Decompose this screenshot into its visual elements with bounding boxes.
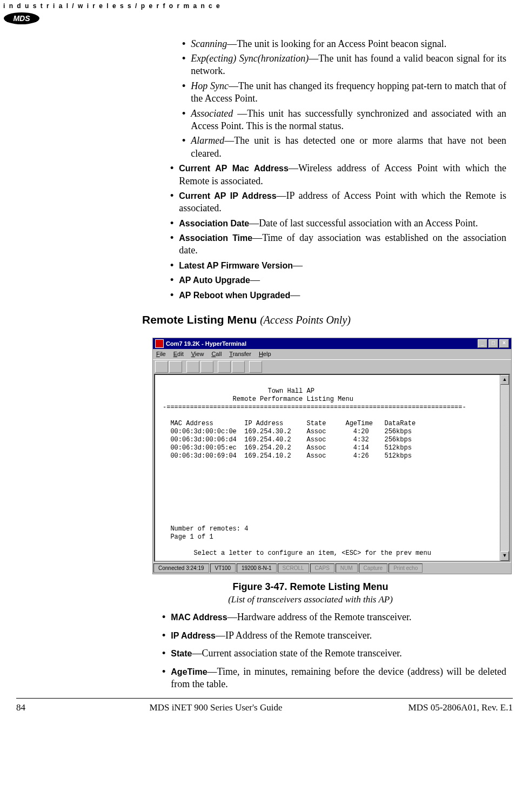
caption-bold: Figure 3-47. Remote Listing Menu: [232, 581, 388, 592]
scroll-track[interactable]: [500, 385, 509, 551]
list-item: •MAC Address—Hardware address of the Rem…: [162, 611, 507, 623]
item-text: Scanning—The unit is looking for an Acce…: [191, 38, 507, 50]
item-text: AgeTime—Time, in minutes, remaining befo…: [171, 666, 507, 691]
minimize-icon[interactable]: _: [478, 339, 487, 348]
toolbar-send-icon[interactable]: [218, 361, 231, 373]
vertical-scrollbar[interactable]: ▲ ▼: [500, 375, 509, 561]
bullet-icon: •: [182, 38, 185, 50]
bullet-icon: •: [182, 135, 185, 160]
toolbar-disconnect-icon[interactable]: [200, 361, 213, 373]
terminal-content: Town Hall AP Remote Performance Listing …: [155, 375, 500, 561]
page-header: i n d u s t r i a l / w i r e l e s s / …: [0, 0, 529, 25]
item-text: AP Reboot when Upgraded—: [179, 289, 507, 301]
bullet-icon: •: [182, 108, 185, 133]
list-item: •Latest AP Firmware Version—: [170, 259, 507, 272]
tagline-text: i n d u s t r i a l / w i r e l e s s / …: [3, 2, 526, 11]
status-connected: Connected 3:24:19: [153, 563, 209, 573]
item-text: Exp(ecting) Sync(hronization)—The unit h…: [191, 52, 507, 78]
list-item: •Exp(ecting) Sync(hronization)—The unit …: [182, 52, 507, 78]
window-titlebar: Com7 19.2K - HyperTerminal _ □ ×: [153, 338, 511, 349]
status-capture: Capture: [359, 563, 388, 573]
status-scroll: SCROLL: [278, 563, 309, 573]
scroll-up-icon[interactable]: ▲: [500, 375, 509, 385]
bullet-icon: •: [170, 190, 173, 215]
menuitem-help[interactable]: Help: [259, 351, 271, 357]
bullet-icon: •: [170, 232, 173, 257]
toolbar-open-icon[interactable]: [169, 361, 182, 373]
list-item: •IP Address—IP Address of the Remote tra…: [162, 629, 507, 642]
maximize-icon[interactable]: □: [488, 339, 498, 348]
figure-caption: Figure 3-47. Remote Listing Menu (List o…: [113, 581, 507, 606]
bullet-icon: •: [182, 80, 185, 105]
bullet-icon: •: [170, 217, 173, 230]
hyperterminal-window: Com7 19.2K - HyperTerminal _ □ × FileEdi…: [152, 338, 512, 574]
item-text: Current AP IP Address—IP address of Acce…: [179, 190, 507, 215]
menuitem-edit[interactable]: Edit: [173, 351, 184, 357]
footer-title: MDS iNET 900 Series User's Guide: [49, 702, 383, 714]
list-item: •Scanning—The unit is looking for an Acc…: [182, 38, 507, 50]
menuitem-call[interactable]: Call: [211, 351, 222, 357]
section-heading: Remote Listing Menu (Access Points Only): [142, 312, 507, 327]
status-baud: 19200 8-N-1: [237, 563, 277, 573]
status-num: NUM: [336, 563, 358, 573]
toolbar-receive-icon[interactable]: [232, 361, 245, 373]
menuitem-file[interactable]: File: [156, 351, 166, 357]
bullet-icon: •: [162, 611, 165, 623]
list-item: •AgeTime—Time, in minutes, remaining bef…: [162, 666, 507, 691]
app-icon: [155, 339, 164, 348]
scroll-down-icon[interactable]: ▼: [500, 551, 509, 561]
item-text: Association Time—Time of day association…: [179, 232, 507, 257]
bullet-icon: •: [170, 162, 173, 187]
bullet-icon: •: [162, 629, 165, 642]
item-text: Associated —This unit has successfully s…: [191, 108, 507, 133]
toolbar: [153, 359, 511, 374]
toolbar-connect-icon[interactable]: [186, 361, 199, 373]
bullet-icon: •: [162, 647, 165, 660]
config-definitions-list: •Current AP Mac Address—Wireless address…: [170, 162, 507, 301]
window-title: Com7 19.2K - HyperTerminal: [166, 340, 478, 347]
caption-italic: (List of transceivers associated with th…: [228, 594, 393, 605]
list-item: •State—Current association state of the …: [162, 647, 507, 660]
item-text: Latest AP Firmware Version—: [179, 259, 507, 272]
close-icon[interactable]: ×: [499, 339, 509, 348]
menubar: FileEditViewCallTransferHelp: [153, 349, 511, 359]
bullet-icon: •: [182, 52, 185, 78]
list-item: •Alarmed—The unit is has detected one or…: [182, 135, 507, 160]
page-number: 84: [16, 702, 49, 714]
status-emulation: VT100: [210, 563, 236, 573]
menuitem-view[interactable]: View: [191, 351, 204, 357]
item-text: Current AP Mac Address—Wireless address …: [179, 162, 507, 187]
list-item: •Association Date—Date of last successfu…: [170, 217, 507, 230]
item-text: State—Current association state of the R…: [171, 647, 507, 660]
bullet-icon: •: [162, 666, 165, 691]
statusbar: Connected 3:24:19 VT100 19200 8-N-1 SCRO…: [153, 562, 511, 574]
status-print: Print echo: [389, 563, 423, 573]
column-definitions-list: •MAC Address—Hardware address of the Rem…: [162, 611, 507, 690]
bullet-icon: •: [170, 259, 173, 272]
list-item: •Current AP IP Address—IP address of Acc…: [170, 190, 507, 215]
list-item: •Association Time—Time of day associatio…: [170, 232, 507, 257]
item-text: Alarmed—The unit is has detected one or …: [191, 135, 507, 160]
list-item: •AP Auto Upgrade—: [170, 274, 507, 286]
svg-text:MDS: MDS: [13, 14, 30, 23]
list-item: •Associated —This unit has successfully …: [182, 108, 507, 133]
bullet-icon: •: [170, 274, 173, 286]
item-text: AP Auto Upgrade—: [179, 274, 507, 286]
toolbar-new-icon[interactable]: [155, 361, 168, 373]
status-caps: CAPS: [310, 563, 334, 573]
heading-italic: (Access Points Only): [260, 314, 351, 326]
heading-bold: Remote Listing Menu: [142, 313, 260, 326]
list-item: •AP Reboot when Upgraded—: [170, 289, 507, 301]
mds-logo-icon: MDS: [3, 12, 526, 25]
status-definitions-list: •Scanning—The unit is looking for an Acc…: [170, 38, 507, 160]
list-item: •Current AP Mac Address—Wireless address…: [170, 162, 507, 187]
item-text: Hop Sync—The unit has changed its freque…: [191, 80, 507, 105]
toolbar-properties-icon[interactable]: [249, 361, 262, 373]
menuitem-transfer[interactable]: Transfer: [229, 351, 251, 357]
item-text: MAC Address—Hardware address of the Remo…: [171, 611, 507, 623]
item-text: Association Date—Date of last successful…: [179, 217, 507, 230]
list-item: •Hop Sync—The unit has changed its frequ…: [182, 80, 507, 105]
item-text: IP Address—IP Address of the Remote tran…: [171, 629, 507, 642]
bullet-icon: •: [170, 289, 173, 301]
page-footer: 84 MDS iNET 900 Series User's Guide MDS …: [16, 698, 513, 724]
